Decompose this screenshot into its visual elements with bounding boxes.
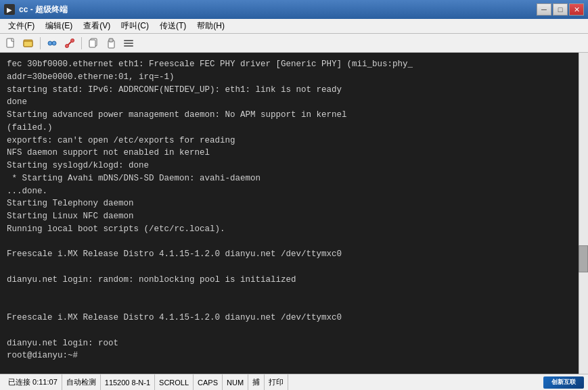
svg-point-4: [52, 41, 56, 45]
svg-rect-2: [24, 41, 32, 47]
svg-rect-14: [124, 43, 133, 44]
scrollbar-vertical[interactable]: [579, 53, 588, 374]
menu-bar: 文件(F) 编辑(E) 查看(V) 呼叫(C) 传送(T) 帮助(H): [0, 19, 588, 34]
terminal-output[interactable]: fec 30bf0000.ethernet eth1: Freescale FE…: [0, 53, 588, 374]
connect-icon: [47, 38, 58, 49]
close-button[interactable]: ✕: [569, 3, 584, 16]
status-logo-area: 创新互联: [543, 376, 584, 389]
title-bar-left: ▶ cc - 超级终端: [4, 4, 68, 16]
status-num: NUM: [223, 374, 248, 390]
menu-view[interactable]: 查看(V): [78, 19, 116, 33]
company-name: 创新互联: [551, 378, 576, 387]
status-capture: 捕: [248, 374, 265, 390]
window-controls: ─ □ ✕: [537, 3, 584, 16]
settings-icon: [123, 38, 134, 49]
title-bar: ▶ cc - 超级终端 ─ □ ✕: [0, 0, 588, 19]
paste-icon: [106, 38, 116, 49]
copy-button[interactable]: [85, 36, 101, 51]
status-bar: 已连接 0:11:07 自动检测 115200 8-N-1 SCROLL CAP…: [0, 374, 588, 390]
svg-point-3: [48, 41, 52, 45]
svg-rect-15: [124, 45, 133, 47]
window-title: cc - 超级终端: [19, 4, 68, 16]
toolbar: [0, 34, 588, 53]
status-scroll: SCROLL: [155, 374, 194, 390]
status-caps: CAPS: [194, 374, 223, 390]
open-icon: [23, 38, 34, 49]
connect-button[interactable]: [44, 36, 60, 51]
svg-rect-10: [89, 40, 95, 47]
app-icon-char: ▶: [7, 6, 12, 14]
toolbar-sep-2: [81, 37, 82, 49]
open-button[interactable]: [20, 36, 37, 51]
terminal-wrapper: fec 30bf0000.ethernet eth1: Freescale FE…: [0, 53, 588, 374]
status-connection: 已连接 0:11:07: [4, 374, 62, 390]
menu-transfer[interactable]: 传送(T): [154, 19, 191, 33]
status-baud: 115200 8-N-1: [101, 374, 155, 390]
disconnect-button[interactable]: [62, 36, 78, 51]
svg-rect-12: [109, 39, 113, 42]
maximize-button[interactable]: □: [553, 3, 568, 16]
svg-point-7: [66, 44, 69, 47]
copy-icon: [88, 38, 99, 49]
new-button[interactable]: [3, 36, 19, 51]
status-print: 打印: [265, 374, 288, 390]
paste-button[interactable]: [103, 36, 119, 51]
svg-point-8: [71, 39, 74, 42]
minimize-button[interactable]: ─: [537, 3, 551, 16]
menu-file[interactable]: 文件(F): [3, 19, 40, 33]
settings-button[interactable]: [120, 36, 137, 51]
status-detection: 自动检测: [62, 374, 101, 390]
svg-rect-13: [124, 40, 133, 41]
new-icon: [5, 38, 16, 49]
scrollbar-thumb[interactable]: [579, 245, 588, 272]
company-logo: 创新互联: [543, 376, 584, 389]
app-icon: ▶: [4, 4, 15, 15]
toolbar-sep-1: [40, 37, 41, 49]
menu-call[interactable]: 呼叫(C): [116, 19, 154, 33]
menu-edit[interactable]: 编辑(E): [40, 19, 78, 33]
menu-help[interactable]: 帮助(H): [191, 19, 230, 33]
disconnect-icon: [64, 38, 75, 49]
